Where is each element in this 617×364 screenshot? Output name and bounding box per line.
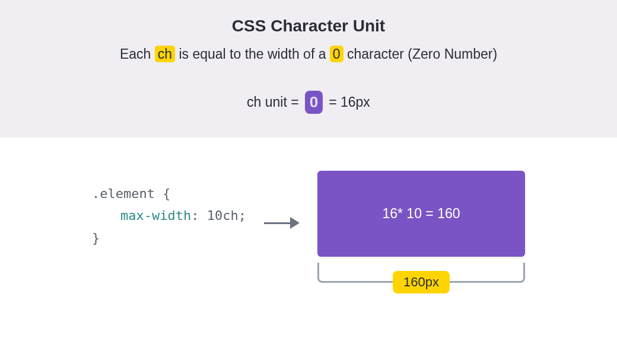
highlight-zero: 0 (330, 46, 344, 62)
dimension-label: 160px (393, 271, 450, 293)
page-title: CSS Character Unit (0, 17, 617, 36)
dimension-bracket: 160px (317, 263, 525, 283)
code-open-brace: { (155, 186, 171, 201)
code-property: max-width (120, 208, 191, 223)
result-column: 16* 10 = 160 160px (317, 171, 525, 283)
code-selector: .element (92, 186, 155, 201)
highlight-ch: ch (155, 46, 175, 62)
arrow-right-icon (264, 217, 300, 229)
result-box: 16* 10 = 160 (317, 171, 525, 257)
code-block: .element { max-width: 10ch; } (92, 171, 246, 249)
formula-left: ch unit = (247, 94, 299, 110)
subtitle-line: Each ch is equal to the width of a 0 cha… (0, 46, 617, 62)
code-line-open: .element { (92, 183, 246, 205)
arrow-wrap (264, 171, 300, 229)
example-panel: .element { max-width: 10ch; } 16* 10 = 1… (0, 138, 617, 283)
code-line-close: } (92, 227, 246, 249)
subtitle-prefix: Each (120, 46, 155, 62)
explanation-panel: CSS Character Unit Each ch is equal to t… (0, 0, 617, 138)
formula-line: ch unit = 0 = 16px (0, 91, 617, 114)
box-equation-text: 16* 10 = 160 (382, 206, 460, 222)
formula-right: = 16px (329, 94, 370, 110)
subtitle-mid: is equal to the width of a (175, 46, 330, 62)
code-line-prop: max-width: 10ch; (92, 205, 246, 226)
code-colon: : (191, 208, 207, 223)
code-value: 10ch (207, 208, 238, 223)
subtitle-suffix: character (Zero Number) (344, 46, 497, 62)
code-semi: ; (238, 208, 246, 223)
zero-chip: 0 (305, 91, 323, 114)
